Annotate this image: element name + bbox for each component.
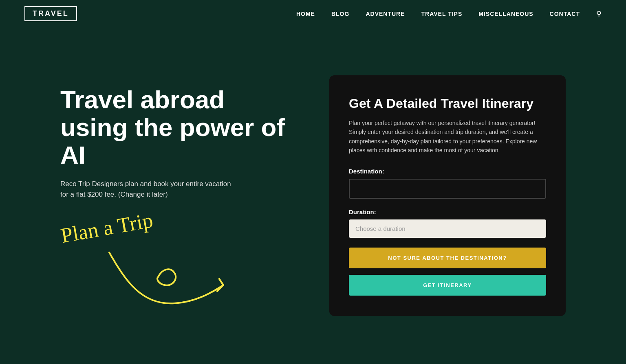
hero-section: Travel abroad using the power of AI Reco… — [60, 86, 297, 306]
nav-blog[interactable]: BLOG — [331, 11, 349, 17]
nav-travel-tips[interactable]: TRAVEL TIPS — [421, 11, 463, 17]
duration-select[interactable]: Choose a duration 1 Day 3 Days 5 Days 7 … — [349, 219, 546, 238]
not-sure-button[interactable]: NOT SURE ABOUT THE DESTINATION? — [349, 248, 546, 268]
itinerary-form-card: Get A Detailed Travel Itinerary Plan you… — [329, 75, 566, 316]
duration-label: Duration: — [349, 208, 546, 215]
destination-input[interactable] — [349, 179, 546, 199]
nav-miscellaneous[interactable]: MISCELLANEOUS — [478, 11, 533, 17]
hero-title: Travel abroad using the power of AI — [60, 86, 297, 169]
arrow-icon — [77, 240, 248, 314]
logo[interactable]: TRAVEL — [24, 6, 77, 21]
main-nav: HOME BLOG ADVENTURE TRAVEL TIPS MISCELLA… — [296, 9, 602, 18]
destination-label: Destination: — [349, 168, 546, 175]
get-itinerary-button[interactable]: GET ITINERARY — [349, 275, 546, 296]
search-icon[interactable]: ⚲ — [596, 9, 602, 18]
form-title: Get A Detailed Travel Itinerary — [349, 96, 546, 111]
nav-home[interactable]: HOME — [296, 11, 315, 17]
nav-adventure[interactable]: ADVENTURE — [366, 11, 405, 17]
hero-subtitle: Reco Trip Designers plan and book your e… — [60, 179, 240, 200]
form-description: Plan your perfect getaway with our perso… — [349, 118, 546, 155]
main-content: Travel abroad using the power of AI Reco… — [0, 27, 626, 364]
header: TRAVEL HOME BLOG ADVENTURE TRAVEL TIPS M… — [0, 0, 626, 27]
nav-contact[interactable]: CONTACT — [550, 11, 580, 17]
plan-a-trip-illustration: Plan a Trip — [60, 216, 231, 305]
